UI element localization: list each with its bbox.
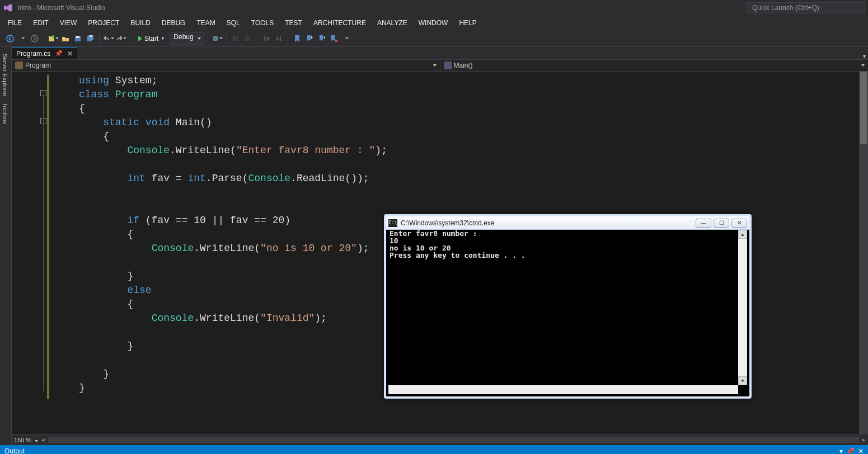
scroll-up-arrow[interactable]: ▲: [738, 230, 747, 239]
scroll-down-arrow[interactable]: ▼: [738, 376, 747, 385]
uncomment-button[interactable]: [242, 33, 254, 44]
undo-button[interactable]: [103, 33, 114, 44]
console-vertical-scrollbar[interactable]: ▲ ▼: [738, 230, 747, 385]
tab-bar-right: ▾: [863, 53, 868, 59]
panel-close-icon[interactable]: ✕: [858, 447, 864, 454]
menu-build[interactable]: BUILD: [125, 17, 156, 29]
side-tool-strip: Server ExplorerToolbox: [0, 47, 12, 445]
quick-launch-input[interactable]: Quick Launch (Ctrl+Q): [747, 2, 865, 13]
step-back-button[interactable]: [261, 33, 272, 44]
start-label: Start: [144, 35, 158, 42]
output-label: Output: [4, 447, 25, 454]
zoom-dropdown[interactable]: 150 %: [14, 437, 38, 443]
config-select[interactable]: Debug: [170, 32, 204, 45]
vs-logo-icon: [3, 3, 13, 13]
fold-guide: [43, 96, 44, 391]
new-project-button[interactable]: [48, 33, 59, 44]
gutter: [12, 72, 40, 434]
save-button[interactable]: [72, 33, 83, 44]
separator: [99, 34, 100, 44]
menubar: FILEEDITVIEWPROJECTBUILDDEBUGTEAMSQLTOOL…: [0, 16, 868, 30]
menu-file[interactable]: FILE: [2, 17, 27, 29]
save-all-button[interactable]: [85, 33, 96, 44]
quick-launch-placeholder: Quick Launch (Ctrl+Q): [752, 4, 819, 12]
menu-project[interactable]: PROJECT: [82, 17, 125, 29]
side-tab-server-explorer[interactable]: Server Explorer: [0, 50, 10, 100]
navigate-back-dropdown[interactable]: [17, 33, 28, 44]
tab-program-cs[interactable]: Program.cs 📌 ✕: [12, 47, 77, 59]
code-content[interactable]: using System; class Program { static voi…: [79, 72, 387, 434]
svg-rect-5: [76, 36, 79, 38]
close-tab-icon[interactable]: ✕: [67, 50, 73, 58]
menu-edit[interactable]: EDIT: [27, 17, 54, 29]
cmd-icon: C:\: [388, 219, 397, 227]
svg-point-0: [7, 35, 13, 42]
navigation-bar: Program Main(): [12, 59, 868, 72]
toolbar: Start ▾ Debug: [0, 30, 868, 47]
console-title: C:\Windows\system32\cmd.exe: [401, 219, 494, 227]
console-window[interactable]: C:\ C:\Windows\system32\cmd.exe — ☐ ✕ En…: [384, 214, 752, 399]
output-panel-header[interactable]: Output ▾ 📌 ✕: [0, 445, 868, 454]
method-icon: [444, 62, 452, 69]
document-tabs: Program.cs 📌 ✕ ▾: [12, 47, 868, 59]
console-close-button[interactable]: ✕: [731, 219, 747, 228]
browser-link-button[interactable]: [212, 33, 223, 44]
play-icon: [138, 36, 142, 41]
separator: [130, 34, 130, 44]
pin-icon[interactable]: 📌: [55, 50, 63, 57]
editor-vertical-scrollbar[interactable]: [859, 72, 868, 434]
menu-view[interactable]: VIEW: [54, 17, 83, 29]
class-icon: [15, 62, 23, 69]
tab-label: Program.cs: [16, 50, 50, 58]
console-output[interactable]: Enter favr8 number : 10 no is 10 or 20 P…: [388, 230, 738, 385]
nav-member-dropdown[interactable]: Main(): [440, 60, 869, 71]
separator: [257, 34, 257, 44]
console-minimize-button[interactable]: —: [696, 219, 711, 228]
nav-type-label: Program: [25, 62, 51, 69]
horizontal-scrollbar[interactable]: [48, 437, 859, 443]
side-tab-toolbox[interactable]: Toolbox: [0, 100, 10, 127]
menu-debug[interactable]: DEBUG: [156, 17, 191, 29]
bookmark-prev-button[interactable]: [304, 33, 315, 44]
nav-type-dropdown[interactable]: Program: [12, 60, 440, 71]
start-debug-button[interactable]: Start ▾: [134, 32, 168, 45]
scrollbar-thumb[interactable]: [860, 72, 867, 144]
redo-button[interactable]: [115, 33, 126, 44]
menu-tools[interactable]: TOOLS: [246, 17, 279, 29]
bookmark-clear-button[interactable]: [329, 33, 340, 44]
toolbar-overflow[interactable]: [341, 33, 352, 44]
menu-architecture[interactable]: ARCHITECTURE: [308, 17, 372, 29]
separator: [208, 34, 208, 44]
comment-button[interactable]: [230, 33, 241, 44]
menu-analyze[interactable]: ANALYZE: [372, 17, 413, 29]
console-horizontal-scrollbar[interactable]: [388, 385, 738, 394]
separator: [288, 34, 288, 44]
menu-test[interactable]: TEST: [279, 17, 308, 29]
console-maximize-button[interactable]: ☐: [714, 219, 729, 228]
separator: [226, 34, 227, 44]
panel-pin-icon[interactable]: 📌: [846, 447, 855, 454]
titlebar: intro - Microsoft Visual Studio Quick La…: [0, 0, 868, 16]
svg-rect-8: [90, 35, 92, 37]
step-forward-button[interactable]: [273, 33, 284, 44]
console-titlebar[interactable]: C:\ C:\Windows\system32\cmd.exe — ☐ ✕: [386, 216, 749, 230]
open-file-button[interactable]: [60, 33, 71, 44]
navigate-forward-button[interactable]: [29, 33, 40, 44]
bookmark-1-button[interactable]: [292, 33, 303, 44]
menu-window[interactable]: WINDOW: [413, 17, 454, 29]
navigate-back-button[interactable]: [4, 33, 16, 44]
svg-point-1: [31, 35, 38, 42]
editor-status-bar: 150 % ◂ ▸: [12, 434, 868, 445]
separator: [44, 34, 44, 44]
menu-sql[interactable]: SQL: [221, 17, 246, 29]
nav-member-label: Main(): [454, 62, 473, 69]
menu-help[interactable]: HELP: [453, 17, 482, 29]
bookmark-next-button[interactable]: [316, 33, 327, 44]
fold-toggle[interactable]: −: [40, 90, 46, 96]
outline-column: − −: [40, 72, 48, 434]
panel-dropdown-icon[interactable]: ▾: [839, 447, 843, 454]
tab-overflow-dropdown[interactable]: ▾: [863, 53, 866, 59]
window-title: intro - Microsoft Visual Studio: [18, 4, 105, 12]
menu-team[interactable]: TEAM: [191, 17, 220, 29]
